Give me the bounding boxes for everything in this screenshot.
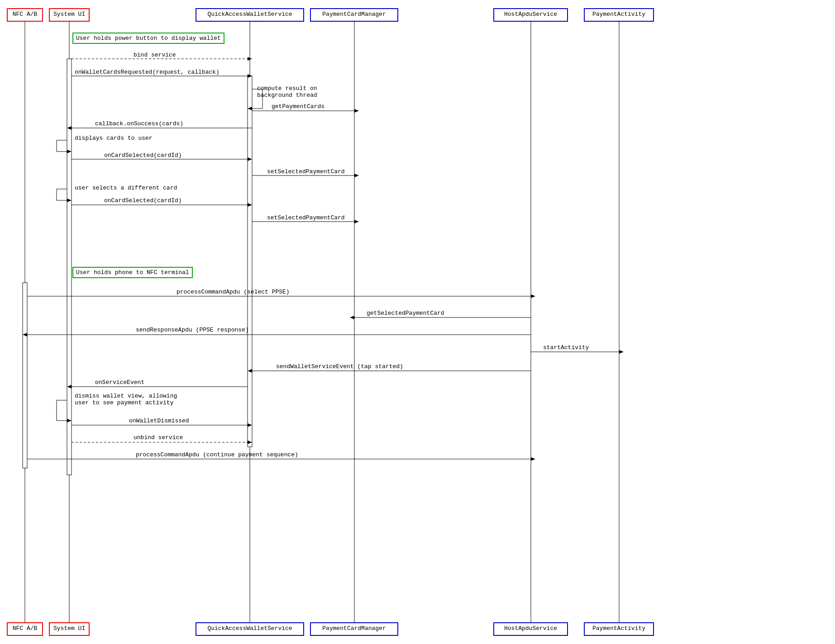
label-unbind-service: unbind service [134, 434, 183, 441]
label-on-wallet-cards-requested: onWalletCardsRequested(request, callback… [75, 69, 219, 76]
label-set-selected-2: setSelectedPaymentCard [267, 214, 345, 221]
label-get-selected-payment-card: getSelectedPaymentCard [367, 310, 444, 317]
svg-marker-29 [248, 203, 252, 207]
actor-sysui-top: System UI [49, 8, 90, 22]
svg-marker-23 [354, 174, 359, 177]
svg-marker-38 [23, 333, 27, 336]
label-process-command-apdu: processCommandApdu (select PPSE) [177, 289, 290, 295]
label-get-payment-cards: getPaymentCards [272, 103, 324, 110]
svg-rect-32 [23, 283, 27, 468]
label-displays-cards: displays cards to user [75, 135, 153, 142]
label-dismiss-wallet-view: dismiss wallet view, allowinguser to see… [75, 393, 177, 406]
svg-marker-48 [67, 419, 72, 422]
svg-marker-21 [248, 157, 252, 161]
actor-nfc-bottom: NFC A/B [7, 622, 43, 636]
svg-marker-13 [354, 109, 359, 113]
svg-marker-52 [248, 440, 252, 444]
actor-has-top: HostApduService [493, 8, 568, 22]
label-bind-service: bind service [134, 52, 176, 58]
label-on-service-event: onServiceEvent [95, 379, 144, 386]
actor-pa-bottom: PaymentActivity [584, 622, 654, 636]
actor-pcm-top: PaymentCardManager [310, 8, 398, 22]
label-send-response-apdu: sendResponseApdu (PPSE response) [136, 327, 249, 333]
sequence-diagram: NFC A/B System UI QuickAccessWalletServi… [0, 0, 835, 644]
svg-marker-34 [531, 294, 535, 298]
label-compute-result: compute result onbackground thread [257, 85, 317, 99]
label-on-wallet-dismissed: onWalletDismissed [129, 417, 189, 424]
actor-sysui-bottom: System UI [49, 622, 90, 636]
label-user-selects-different: user selects a different card [75, 185, 177, 191]
diagram-svg [0, 0, 835, 644]
svg-marker-50 [248, 423, 252, 427]
actor-pa-top: PaymentActivity [584, 8, 654, 22]
svg-rect-7 [248, 76, 252, 447]
svg-marker-44 [67, 385, 72, 388]
svg-marker-15 [67, 126, 72, 130]
note-nfc-terminal: User holds phone to NFC terminal [72, 267, 193, 278]
svg-marker-36 [350, 316, 354, 319]
svg-marker-31 [354, 220, 359, 223]
label-set-selected-1: setSelectedPaymentCard [267, 168, 345, 175]
actor-qaws-top: QuickAccessWalletService [196, 8, 304, 22]
svg-marker-58 [248, 107, 252, 110]
actor-has-bottom: HostApduService [493, 622, 568, 636]
label-send-wallet-service-event: sendWalletServiceEvent (tap started) [276, 363, 403, 370]
svg-marker-42 [248, 369, 252, 373]
svg-marker-11 [248, 74, 252, 78]
actor-qaws-bottom: QuickAccessWalletService [196, 622, 304, 636]
label-start-activity: startActivity [543, 344, 589, 351]
label-on-card-selected-1: onCardSelected(cardId) [104, 152, 182, 159]
actor-pcm-bottom: PaymentCardManager [310, 622, 398, 636]
svg-marker-9 [248, 57, 252, 61]
actor-nfc-top: NFC A/B [7, 8, 43, 22]
svg-marker-40 [619, 350, 624, 354]
label-process-continue: processCommandApdu (continue payment seq… [136, 451, 298, 458]
label-on-card-selected-2: onCardSelected(cardId) [104, 197, 182, 204]
svg-rect-6 [67, 59, 72, 475]
label-callback-on-success: callback.onSuccess(cards) [95, 120, 183, 127]
svg-marker-19 [67, 150, 72, 153]
svg-marker-54 [531, 457, 535, 461]
note-power-button: User holds power button to display walle… [72, 33, 224, 44]
svg-marker-27 [67, 199, 72, 202]
